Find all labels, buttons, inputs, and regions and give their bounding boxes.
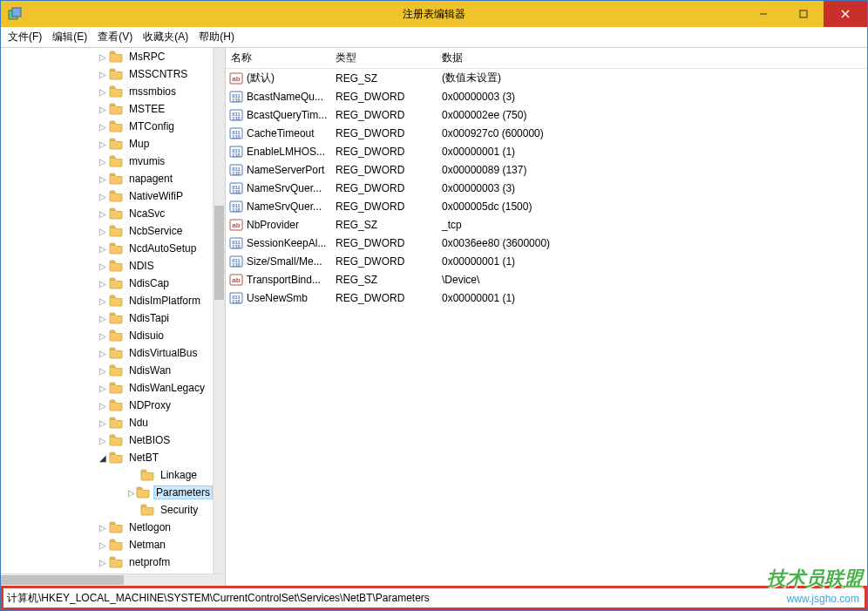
tree-item[interactable]: ▷NcdAutoSetup (1, 240, 213, 257)
list-body[interactable]: (默认)REG_SZ(数值未设置)BcastNameQu...REG_DWORD… (226, 69, 867, 586)
close-button[interactable] (824, 1, 867, 27)
menu-item[interactable]: 收藏夹(A) (138, 28, 193, 46)
expand-arrow-icon[interactable]: ▷ (97, 558, 109, 567)
expand-arrow-icon[interactable]: ▷ (97, 209, 109, 219)
column-header-data[interactable]: 数据 (437, 51, 867, 65)
tree-item[interactable]: ▷MSTEE (1, 100, 213, 118)
tree-item[interactable]: ▷NcaSvc (1, 205, 213, 222)
tree-item[interactable]: ▷MSSCNTRS (1, 65, 213, 83)
minimize-button[interactable] (743, 1, 783, 27)
expand-arrow-icon[interactable]: ▷ (97, 52, 109, 62)
tree-item[interactable]: ◢NetBT (1, 449, 213, 466)
tree-item[interactable]: ▷mvumis (1, 153, 213, 170)
list-row[interactable]: TransportBind...REG_SZ\Device\ (226, 270, 867, 289)
tree-item[interactable]: ▷Netlogon (1, 519, 213, 536)
expand-arrow-icon[interactable]: ▷ (97, 418, 109, 428)
tree-item[interactable]: ▷Ndu (1, 414, 213, 431)
expand-arrow-icon[interactable]: ▷ (97, 70, 109, 79)
value-data: 0x000927c0 (600000) (437, 127, 867, 139)
expand-arrow-icon[interactable]: ▷ (97, 540, 109, 550)
expand-arrow-icon[interactable]: ▷ (128, 488, 136, 498)
value-type: REG_SZ (330, 274, 437, 286)
tree-item[interactable]: Security (1, 501, 213, 519)
tree-item[interactable]: ▷NdisWanLegacy (1, 379, 213, 397)
titlebar[interactable]: 注册表编辑器 (1, 1, 867, 27)
tree-horizontal-scrollbar[interactable] (1, 574, 225, 586)
expand-arrow-icon[interactable]: ▷ (97, 523, 109, 533)
expand-arrow-icon[interactable]: ▷ (97, 296, 109, 306)
tree[interactable]: ▷MsRPC▷MSSCNTRS▷mssmbios▷MSTEE▷MTConfig▷… (1, 48, 213, 574)
expand-arrow-icon[interactable]: ▷ (97, 157, 109, 166)
tree-item[interactable]: Linkage (1, 466, 213, 484)
list-row[interactable]: BcastQueryTim...REG_DWORD0x000002ee (750… (226, 105, 867, 124)
scrollbar-thumb[interactable] (214, 206, 224, 301)
column-header-name[interactable]: 名称 (226, 51, 330, 65)
expand-arrow-icon[interactable]: ▷ (97, 331, 109, 341)
folder-icon (109, 155, 123, 167)
tree-item[interactable]: ▷Ndisuio (1, 327, 213, 344)
tree-item[interactable]: ▷netprofm (1, 553, 213, 571)
menu-item[interactable]: 文件(F) (3, 28, 47, 46)
tree-vertical-scrollbar[interactable] (213, 48, 225, 574)
expand-arrow-icon[interactable]: ▷ (97, 122, 109, 132)
list-row[interactable]: NbProviderREG_SZ_tcp (226, 215, 867, 234)
tree-item[interactable]: ▷NativeWifiP (1, 187, 213, 205)
expand-arrow-icon[interactable]: ▷ (97, 384, 109, 393)
list-row[interactable]: EnableLMHOS...REG_DWORD0x00000001 (1) (226, 142, 867, 160)
tree-item[interactable]: ▷Parameters (1, 484, 213, 501)
tree-item[interactable]: ▷NetBIOS (1, 431, 213, 449)
tree-item[interactable]: ▷NdisWan (1, 362, 213, 379)
tree-item-label: Parameters (153, 485, 213, 499)
list-row[interactable]: NameSrvQuer...REG_DWORD0x00000003 (3) (226, 179, 867, 197)
tree-item[interactable]: ▷NcbService (1, 222, 213, 240)
list-row[interactable]: NameSrvQuer...REG_DWORD0x000005dc (1500) (226, 197, 867, 215)
menu-item[interactable]: 查看(V) (92, 28, 138, 46)
tree-item[interactable]: ▷mssmbios (1, 83, 213, 100)
tree-item[interactable]: ▷MTConfig (1, 118, 213, 135)
list-row[interactable]: (默认)REG_SZ(数值未设置) (226, 69, 867, 87)
expand-arrow-icon[interactable]: ▷ (97, 261, 109, 271)
expand-arrow-icon[interactable]: ▷ (97, 436, 109, 445)
menu-item[interactable]: 帮助(H) (193, 28, 240, 46)
expand-arrow-icon[interactable]: ▷ (97, 227, 109, 236)
expand-arrow-icon[interactable]: ▷ (97, 314, 109, 323)
list-header[interactable]: 名称 类型 数据 (226, 48, 867, 69)
column-header-type[interactable]: 类型 (330, 51, 437, 65)
value-name: NameSrvQuer... (247, 182, 322, 194)
expand-arrow-icon[interactable]: ▷ (97, 192, 109, 201)
list-row[interactable]: BcastNameQu...REG_DWORD0x00000003 (3) (226, 87, 867, 105)
maximize-button[interactable] (783, 1, 824, 27)
window-title: 注册表编辑器 (403, 7, 465, 22)
tree-item[interactable]: ▷Mup (1, 135, 213, 153)
folder-icon (140, 504, 154, 516)
expand-arrow-icon[interactable]: ▷ (97, 279, 109, 289)
tree-item[interactable]: ▷NdisCap (1, 275, 213, 292)
list-row[interactable]: UseNewSmbREG_DWORD0x00000001 (1) (226, 289, 867, 307)
tree-item[interactable]: ▷napagent (1, 170, 213, 187)
list-row[interactable]: NameServerPortREG_DWORD0x00000089 (137) (226, 160, 867, 179)
list-row[interactable]: Size/Small/Me...REG_DWORD0x00000001 (1) (226, 252, 867, 270)
tree-item[interactable]: ▷NdisTapi (1, 309, 213, 327)
tree-item[interactable]: ▷NDIS (1, 257, 213, 275)
folder-icon (109, 382, 123, 394)
tree-item[interactable]: ▷Netman (1, 536, 213, 553)
tree-item[interactable]: ▷NDProxy (1, 397, 213, 414)
list-row[interactable]: SessionKeepAl...REG_DWORD0x0036ee80 (360… (226, 234, 867, 252)
expand-arrow-icon[interactable]: ▷ (97, 174, 109, 184)
tree-item[interactable]: ▷NdisVirtualBus (1, 344, 213, 362)
folder-icon (109, 556, 123, 568)
expand-arrow-icon[interactable]: ▷ (97, 349, 109, 358)
expand-arrow-icon[interactable]: ▷ (97, 244, 109, 254)
expand-arrow-icon[interactable]: ▷ (97, 366, 109, 376)
collapse-arrow-icon[interactable]: ◢ (97, 453, 109, 463)
value-data: 0x000002ee (750) (437, 109, 867, 121)
expand-arrow-icon[interactable]: ▷ (97, 105, 109, 114)
list-row[interactable]: CacheTimeoutREG_DWORD0x000927c0 (600000) (226, 124, 867, 142)
scrollbar-thumb[interactable] (1, 575, 124, 585)
expand-arrow-icon[interactable]: ▷ (97, 139, 109, 149)
expand-arrow-icon[interactable]: ▷ (97, 401, 109, 411)
tree-item[interactable]: ▷MsRPC (1, 48, 213, 65)
tree-item[interactable]: ▷NdisImPlatform (1, 292, 213, 309)
expand-arrow-icon[interactable]: ▷ (97, 87, 109, 97)
menu-item[interactable]: 编辑(E) (47, 28, 92, 46)
